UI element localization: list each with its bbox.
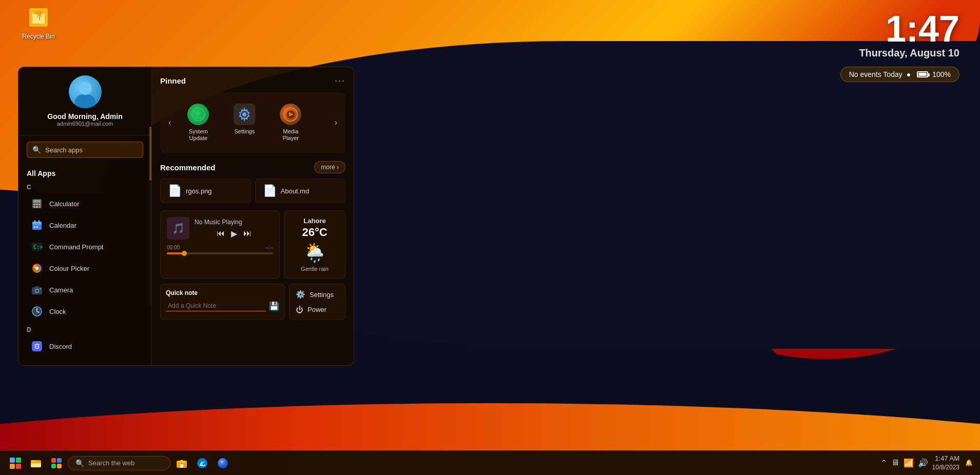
- pinned-prev-arrow[interactable]: ‹: [166, 116, 173, 129]
- colour-picker-icon: [30, 261, 44, 275]
- sidebar-scrollbar[interactable]: [149, 127, 151, 306]
- quick-note-save-button[interactable]: 💾: [269, 301, 279, 311]
- svg-rect-48: [57, 458, 62, 463]
- app-item-discord[interactable]: Discord: [22, 335, 148, 357]
- pinned-app-settings[interactable]: Settings: [223, 98, 265, 147]
- notification-button[interactable]: 🔔: [964, 458, 974, 468]
- settings-button[interactable]: ⚙️ Settings: [296, 288, 339, 301]
- quick-note-input-row: 💾: [166, 301, 279, 311]
- svg-rect-14: [32, 222, 42, 225]
- recommended-title: Recommended: [160, 163, 216, 172]
- taskbar-file-manager[interactable]: [27, 454, 45, 472]
- svg-point-55: [218, 458, 228, 468]
- time-current: 00:00: [167, 245, 180, 250]
- taskbar-app-blue[interactable]: [214, 454, 232, 472]
- camera-icon: [30, 283, 44, 297]
- svg-point-25: [35, 267, 39, 270]
- svg-point-56: [220, 461, 223, 463]
- quick-note-settings-row: Quick note 💾 ⚙️ Settings ⏻ Power: [160, 284, 345, 320]
- start-button[interactable]: [6, 454, 25, 472]
- start-menu-sidebar: Good Morning, Admin admin6901@mail.com 🔍…: [18, 67, 152, 365]
- app-item-colour-picker[interactable]: Colour Picker: [22, 258, 148, 279]
- pinned-more-button[interactable]: ···: [335, 75, 345, 86]
- clock-date: Thursday, August 10: [859, 47, 959, 59]
- user-section: Good Morning, Admin admin6901@mail.com: [18, 75, 151, 135]
- search-apps-icon: 🔍: [32, 146, 41, 154]
- taskbar-edge[interactable]: [193, 454, 212, 472]
- file-item-rgos[interactable]: 📄 rgos.png: [160, 179, 251, 203]
- app-item-command-prompt[interactable]: C:> Command Prompt: [22, 236, 148, 258]
- calculator-icon: [30, 196, 44, 211]
- svg-rect-9: [39, 204, 41, 205]
- sidebar-scrollbar-thumb: [149, 127, 151, 181]
- events-text: No events Today: [849, 70, 902, 78]
- dot-icon: ●: [907, 70, 911, 78]
- settings-icon: [234, 104, 255, 125]
- pinned-grid: SystemUpdate Settings: [177, 98, 328, 147]
- events-badge[interactable]: No events Today ● 100%: [840, 67, 959, 82]
- music-top: 🎵 No Music Playing ⏮ ▶ ⏭: [167, 217, 273, 240]
- recommended-header: Recommended more ›: [160, 161, 345, 173]
- pinned-app-media-player[interactable]: MediaPlayer: [270, 98, 312, 147]
- svg-rect-46: [31, 462, 41, 463]
- win-logo-bl: [10, 464, 15, 469]
- sys-date-value: 10/8/2023: [932, 463, 959, 472]
- app-label-colour-picker: Colour Picker: [49, 265, 89, 272]
- power-button[interactable]: ⏻ Power: [296, 304, 339, 315]
- file-icon-about: 📄: [263, 184, 277, 197]
- win-logo-tr: [16, 458, 21, 463]
- all-apps-title: All Apps: [18, 164, 151, 180]
- battery-fill: [918, 73, 927, 76]
- chevron-up-icon[interactable]: ⌃: [880, 458, 887, 468]
- svg-rect-29: [35, 286, 39, 288]
- svg-rect-16: [39, 220, 40, 223]
- start-menu-main: Pinned ··· ‹ SystemUpdate: [152, 67, 354, 365]
- svg-rect-18: [36, 226, 38, 228]
- pinned-header: Pinned ···: [160, 75, 345, 86]
- svg-text:C:>: C:>: [33, 244, 43, 250]
- music-prev-button[interactable]: ⏮: [217, 229, 225, 239]
- file-label-about: About.md: [281, 187, 310, 195]
- svg-point-39: [242, 112, 246, 116]
- music-play-button[interactable]: ▶: [231, 229, 237, 239]
- recycle-bin-icon[interactable]: Recycle Bin: [18, 4, 59, 40]
- pinned-next-arrow[interactable]: ›: [333, 116, 339, 129]
- taskbar-app-2[interactable]: [47, 454, 66, 472]
- search-apps-box[interactable]: 🔍 Search apps: [27, 142, 143, 158]
- svg-rect-30: [40, 288, 41, 289]
- app-item-camera[interactable]: Camera: [22, 279, 148, 301]
- music-widget: 🎵 No Music Playing ⏮ ▶ ⏭ 00:00 --:--: [160, 210, 280, 279]
- svg-rect-49: [51, 464, 56, 468]
- system-update-icon: [187, 104, 209, 125]
- pinned-app-label-system-update: SystemUpdate: [189, 128, 208, 142]
- quick-note-widget: Quick note 💾: [160, 284, 285, 320]
- taskbar-search[interactable]: 🔍 Search the web: [68, 456, 170, 470]
- discord-icon: [30, 339, 44, 353]
- display-icon[interactable]: 🖥: [891, 458, 899, 467]
- recycle-bin-label: Recycle Bin: [22, 33, 54, 40]
- avatar[interactable]: [69, 75, 102, 108]
- pinned-app-system-update[interactable]: SystemUpdate: [177, 98, 219, 147]
- svg-rect-6: [33, 200, 41, 203]
- quick-note-title: Quick note: [166, 289, 279, 296]
- svg-rect-8: [36, 204, 38, 205]
- system-clock[interactable]: 1:47 AM 10/8/2023: [932, 454, 959, 472]
- volume-icon[interactable]: 🔊: [918, 458, 928, 468]
- power-icon: ⏻: [296, 305, 303, 314]
- progress-bar[interactable]: [167, 252, 273, 254]
- app-item-calendar[interactable]: Calendar: [22, 214, 148, 236]
- wifi-icon[interactable]: 📶: [904, 458, 914, 468]
- svg-point-37: [37, 346, 39, 347]
- svg-rect-53: [180, 464, 183, 468]
- app-item-calculator[interactable]: Calculator: [22, 193, 148, 214]
- svg-rect-47: [51, 458, 56, 463]
- file-item-about[interactable]: 📄 About.md: [255, 179, 346, 203]
- calendar-icon: [30, 218, 44, 232]
- music-info: No Music Playing ⏮ ▶ ⏭: [195, 219, 273, 239]
- quick-note-input[interactable]: [166, 301, 266, 311]
- music-next-button[interactable]: ⏭: [243, 229, 252, 239]
- recommended-more-button[interactable]: more ›: [314, 161, 345, 173]
- svg-rect-12: [39, 206, 41, 208]
- app-item-clock[interactable]: Clock: [22, 301, 148, 322]
- taskbar-explorer[interactable]: [172, 454, 191, 472]
